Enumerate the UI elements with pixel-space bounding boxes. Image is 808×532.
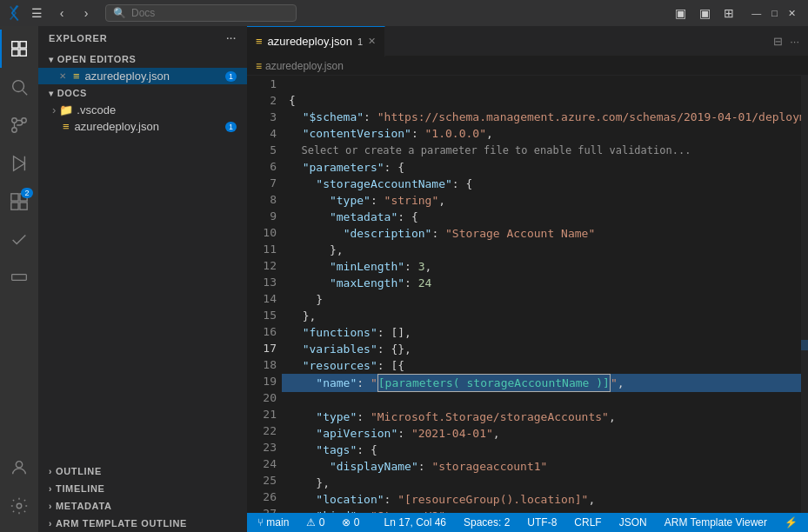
outline-chevron: › (49, 467, 52, 476)
svg-marker-9 (14, 156, 25, 171)
svg-point-6 (12, 118, 17, 123)
close-button[interactable]: ✕ (783, 6, 801, 21)
tab-close-button[interactable]: ✕ (368, 36, 376, 47)
folder-name: .vscode (77, 103, 116, 116)
search-icon: 🔍 (113, 7, 126, 19)
tab-bar: ≡ azuredeploy.json 1 ✕ ⊟ ··· (247, 26, 808, 57)
code-content[interactable]: { "$schema": "https://schema.management.… (282, 76, 801, 513)
sidebar-section-metadata[interactable]: › METADATA (38, 497, 247, 515)
docs-filename: azuredeploy.json (75, 120, 159, 133)
activity-item-source-control[interactable] (0, 106, 38, 144)
metadata-label: METADATA (56, 501, 112, 511)
layout-toggle-1[interactable]: ▣ (670, 3, 691, 23)
svg-rect-15 (12, 275, 27, 281)
docs-file-azuredeploy[interactable]: ≡ azuredeploy.json 1 (38, 118, 247, 135)
file-modified-badge: 1 (225, 71, 237, 82)
svg-rect-11 (11, 194, 18, 201)
editor-area: ≡ azuredeploy.json 1 ✕ ⊟ ··· ≡ azuredepl… (247, 26, 808, 532)
sidebar-section-outline[interactable]: › OUTLINE (38, 462, 247, 480)
search-input[interactable] (131, 7, 289, 19)
status-arm-viewer[interactable]: ARM Template Viewer (661, 516, 771, 529)
outline-label: OUTLINE (56, 466, 102, 476)
titlebar-left: ☰ ‹ › 🔍 (7, 3, 297, 23)
breadcrumb-file-icon: ≡ (256, 60, 262, 72)
sidebar-section-arm-template-outline[interactable]: › ARM TEMPLATE OUTLINE (38, 515, 247, 532)
svg-rect-0 (12, 42, 18, 48)
sidebar-title: EXPLORER (49, 33, 108, 43)
activity-item-account[interactable] (0, 449, 38, 487)
status-bar: ⑂ main ⚠ 0 ⊗ 0 Ln 17, Col 46 Spaces: 2 U… (247, 513, 808, 532)
file-icon: ≡ (73, 70, 80, 83)
maximize-button[interactable]: □ (766, 6, 783, 21)
line-numbers: 12345 678910 1112131415 1617181920 21222… (247, 76, 282, 513)
status-spaces[interactable]: Spaces: 2 (460, 516, 513, 529)
extensions-badge: 2 (21, 188, 33, 198)
minimize-button[interactable]: — (746, 6, 766, 21)
svg-point-7 (12, 128, 17, 133)
activity-bar: 2 (0, 26, 38, 532)
docs-file-badge: 1 (225, 122, 237, 132)
status-notifications[interactable]: ⚡ (781, 516, 801, 529)
svg-point-4 (13, 81, 24, 92)
timeline-label: TIMELINE (56, 483, 105, 494)
status-encoding[interactable]: UTF-8 (524, 516, 560, 529)
layout-toggle-2[interactable]: ▣ (694, 3, 715, 23)
code-editor: 12345 678910 1112131415 1617181920 21222… (247, 76, 808, 513)
svg-point-18 (17, 503, 22, 509)
nav-back-button[interactable]: ‹ (51, 3, 72, 23)
folder-vscode[interactable]: › 📁 .vscode (38, 102, 247, 118)
status-errors[interactable]: ⊗ 0 (338, 516, 363, 529)
split-editor-button[interactable]: ⊟ (773, 35, 783, 48)
more-actions-button[interactable]: ··· (790, 35, 799, 48)
status-bar-left: ⑂ main ⚠ 0 ⊗ 0 (254, 516, 363, 529)
vscode-logo-icon (7, 5, 23, 21)
open-editor-file-azuredeploy[interactable]: ✕ ≡ azuredeploy.json 1 (38, 68, 247, 84)
tab-badge: 1 (357, 37, 363, 47)
folder-chevron-icon: › (52, 103, 56, 116)
tab-bar-right: ⊟ ··· (773, 35, 808, 48)
activity-item-settings[interactable] (0, 487, 38, 525)
svg-rect-1 (20, 42, 26, 48)
breadcrumb-filename[interactable]: azuredeploy.json (265, 60, 344, 72)
search-bar[interactable]: 🔍 (105, 4, 297, 22)
activity-item-extensions[interactable]: 2 (0, 183, 38, 221)
status-language[interactable]: JSON (616, 516, 651, 529)
open-editor-filename: azuredeploy.json (85, 70, 170, 83)
close-file-icon[interactable]: ✕ (59, 71, 66, 81)
status-line-ending[interactable]: CRLF (571, 516, 604, 529)
sidebar-bottom-sections: › OUTLINE › TIMELINE › METADATA › ARM TE… (38, 462, 247, 532)
activity-item-explorer[interactable] (0, 30, 38, 68)
layout-toggle-3[interactable]: ⊞ (718, 3, 739, 23)
docs-chevron: ▾ (49, 89, 54, 98)
titlebar-right: ▣ ▣ ⊞ — □ ✕ (670, 3, 801, 23)
docs-file-icon: ≡ (63, 120, 70, 133)
sidebar-header: EXPLORER ··· (38, 26, 247, 50)
activity-item-run[interactable] (0, 144, 38, 183)
nav-forward-button[interactable]: › (76, 3, 97, 23)
sidebar-section-timeline[interactable]: › TIMELINE (38, 480, 247, 497)
status-branch[interactable]: ⑂ main (254, 516, 292, 529)
timeline-chevron: › (49, 484, 52, 494)
svg-point-17 (16, 462, 22, 468)
tab-filename: azuredeploy.json (268, 35, 352, 48)
status-cursor-position[interactable]: Ln 17, Col 46 (381, 516, 450, 529)
tab-azuredeploy[interactable]: ≡ azuredeploy.json 1 ✕ (247, 26, 385, 57)
activity-item-testing[interactable] (0, 221, 38, 259)
tab-file-icon: ≡ (256, 35, 263, 48)
status-warnings[interactable]: ⚠ 0 (303, 516, 328, 529)
sidebar-more-button[interactable]: ··· (226, 33, 237, 43)
sidebar-section-docs[interactable]: ▾ DOCS (38, 84, 247, 102)
main-layout: 2 (0, 26, 808, 532)
sidebar: EXPLORER ··· ▾ OPEN EDITORS ✕ ≡ azuredep… (38, 26, 247, 532)
activity-item-remote[interactable] (0, 263, 38, 301)
hamburger-menu-icon[interactable]: ☰ (31, 6, 43, 20)
titlebar: ☰ ‹ › 🔍 ▣ ▣ ⊞ — □ ✕ (0, 0, 808, 26)
svg-line-5 (23, 90, 27, 95)
activity-bar-bottom (0, 449, 38, 525)
activity-item-search[interactable] (0, 68, 38, 106)
breadcrumb: ≡ azuredeploy.json (247, 57, 808, 76)
svg-rect-13 (11, 203, 18, 209)
minimap (801, 76, 808, 513)
docs-label: DOCS (57, 88, 87, 98)
sidebar-section-open-editors[interactable]: ▾ OPEN EDITORS (38, 50, 247, 68)
